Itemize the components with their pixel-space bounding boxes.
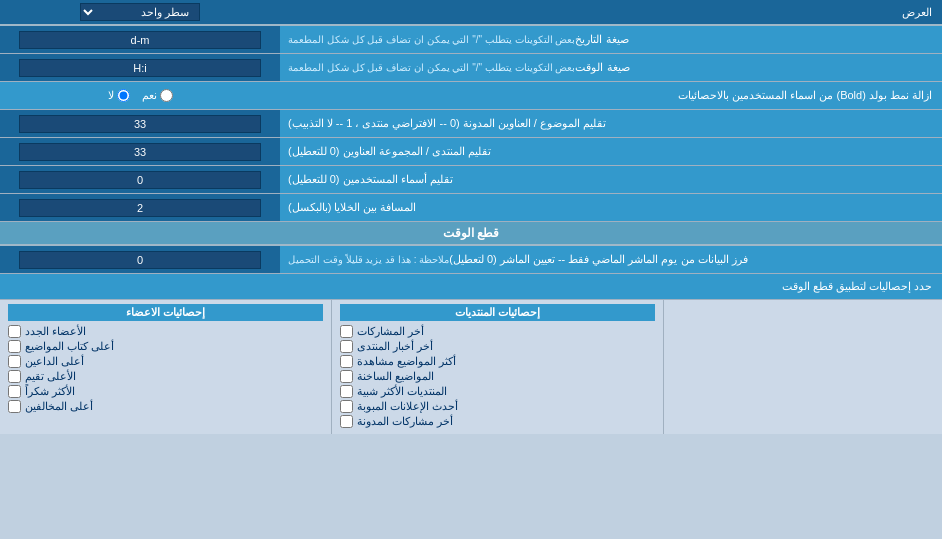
checkbox-item-posts-3: أكثر المواضيع مشاهدة (340, 355, 655, 368)
checkbox-posts-3[interactable] (340, 355, 353, 368)
spacing-input-wrapper (0, 194, 280, 221)
checkbox-item-members-3: أعلى الداعين (8, 355, 323, 368)
usernames-input-wrapper (0, 166, 280, 193)
checkbox-posts-2[interactable] (340, 340, 353, 353)
checkbox-item-posts-2: أخر أخبار المنتدى (340, 340, 655, 353)
topics-titles-input-wrapper (0, 110, 280, 137)
checkbox-item-members-2: أعلى كتاب المواضيع (8, 340, 323, 353)
bold-remove-options: نعم لا (0, 89, 280, 102)
spacing-row: المسافة بين الخلايا (بالبكسل) (0, 194, 942, 222)
usernames-label: تقليم أسماء المستخدمين (0 للتعطيل) (280, 166, 942, 193)
checkbox-item-members-4: الأعلى تقيم (8, 370, 323, 383)
checkbox-posts-6[interactable] (340, 400, 353, 413)
bold-no-label[interactable]: لا (108, 89, 130, 102)
checkbox-members-3[interactable] (8, 355, 21, 368)
checkbox-posts-7[interactable] (340, 415, 353, 428)
checkbox-posts-4[interactable] (340, 370, 353, 383)
checkbox-item-posts-4: المواضيع الساخنة (340, 370, 655, 383)
stats-limit-row: حدد إحصاليات لتطبيق قطع الوقت (0, 274, 942, 300)
checkbox-members-1[interactable] (8, 325, 21, 338)
col-posts-header: إحصائيات المنتديات (340, 304, 655, 321)
bold-no-radio[interactable] (117, 89, 130, 102)
cutoff-section-label: قطع الوقت (0, 223, 942, 243)
spacing-input[interactable] (19, 199, 260, 217)
cutoff-section-header: قطع الوقت (0, 222, 942, 246)
bold-remove-label: ازالة نمط بولد (Bold) من اسماء المستخدمي… (280, 85, 942, 106)
cutoff-days-input-wrapper (0, 246, 280, 273)
forum-group-input[interactable] (19, 143, 260, 161)
checkbox-col-members: إحصائيات الاعضاء الأعضاء الجدد أعلى كتاب… (0, 300, 331, 434)
usernames-input[interactable] (19, 171, 260, 189)
forum-group-input-wrapper (0, 138, 280, 165)
checkbox-item-members-6: أعلى المخالفين (8, 400, 323, 413)
cutoff-days-label: فرز البيانات من يوم الماشر الماضي فقط --… (280, 246, 942, 273)
forum-group-row: تقليم المنتدى / المجموعة العناوين (0 للت… (0, 138, 942, 166)
checkbox-members-5[interactable] (8, 385, 21, 398)
checkbox-posts-1[interactable] (340, 325, 353, 338)
time-format-label: صيغة الوقت بعض التكوينات يتطلب "/" التي … (280, 54, 942, 81)
bold-remove-row: ازالة نمط بولد (Bold) من اسماء المستخدمي… (0, 82, 942, 110)
checkbox-members-4[interactable] (8, 370, 21, 383)
bold-yes-radio[interactable] (160, 89, 173, 102)
topics-titles-input[interactable] (19, 115, 260, 133)
checkboxes-area: إحصائيات المنتديات أخر المشاركات أخر أخب… (0, 300, 942, 434)
time-format-input[interactable] (19, 59, 260, 77)
topics-titles-row: تقليم الموضوع / العناوين المدونة (0 -- ا… (0, 110, 942, 138)
time-format-input-wrapper (0, 54, 280, 81)
cutoff-days-input[interactable] (19, 251, 260, 269)
date-format-input-wrapper (0, 26, 280, 53)
display-select[interactable]: سطر واحد سطرين ثلاثة أسطر (80, 3, 200, 21)
date-format-row: صيغة التاريخ بعض التكوينات يتطلب "/" الت… (0, 26, 942, 54)
checkbox-item-posts-5: المنتديات الأكثر شبية (340, 385, 655, 398)
checkbox-col-posts: إحصائيات المنتديات أخر المشاركات أخر أخب… (331, 300, 663, 434)
date-format-input[interactable] (19, 31, 260, 49)
bold-yes-label[interactable]: نعم (142, 89, 173, 102)
checkbox-members-6[interactable] (8, 400, 21, 413)
checkbox-posts-5[interactable] (340, 385, 353, 398)
col-members-header: إحصائيات الاعضاء (8, 304, 323, 321)
checkbox-item-members-5: الأكثر شكراً (8, 385, 323, 398)
cutoff-days-row: فرز البيانات من يوم الماشر الماضي فقط --… (0, 246, 942, 274)
spacing-label: المسافة بين الخلايا (بالبكسل) (280, 194, 942, 221)
checkbox-item-posts-7: أخر مشاركات المدونة (340, 415, 655, 428)
display-row: العرض سطر واحد سطرين ثلاثة أسطر (0, 0, 942, 26)
checkbox-item-members-1: الأعضاء الجدد (8, 325, 323, 338)
forum-group-label: تقليم المنتدى / المجموعة العناوين (0 للت… (280, 138, 942, 165)
checkbox-item-posts-1: أخر المشاركات (340, 325, 655, 338)
display-label: العرض (280, 2, 942, 23)
topics-titles-label: تقليم الموضوع / العناوين المدونة (0 -- ا… (280, 110, 942, 137)
usernames-row: تقليم أسماء المستخدمين (0 للتعطيل) (0, 166, 942, 194)
date-format-label: صيغة التاريخ بعض التكوينات يتطلب "/" الت… (280, 26, 942, 53)
checkbox-item-posts-6: أحدث الإعلانات المبوبة (340, 400, 655, 413)
time-format-row: صيغة الوقت بعض التكوينات يتطلب "/" التي … (0, 54, 942, 82)
checkbox-col-empty (663, 300, 942, 434)
display-select-wrapper: سطر واحد سطرين ثلاثة أسطر (0, 1, 280, 23)
page-wrapper: العرض سطر واحد سطرين ثلاثة أسطر صيغة الت… (0, 0, 942, 434)
stats-limit-label: حدد إحصاليات لتطبيق قطع الوقت (0, 277, 942, 296)
checkbox-members-2[interactable] (8, 340, 21, 353)
